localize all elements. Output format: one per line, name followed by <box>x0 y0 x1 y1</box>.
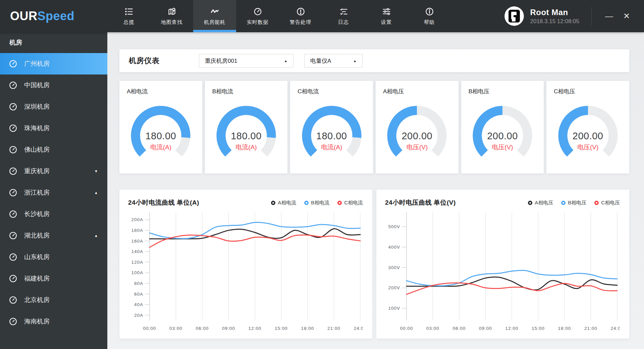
nav-label: 实时数据 <box>247 19 268 26</box>
sidebar-item-room-11[interactable]: 福建机房 <box>0 268 107 289</box>
room-gauge-icon <box>9 253 17 261</box>
room-label: 佛山机房 <box>24 145 50 154</box>
gauge-title: B相电流 <box>205 81 288 95</box>
gauge-value: 180.00 <box>231 131 262 142</box>
minimize-button[interactable]: — <box>600 7 618 25</box>
close-button[interactable]: ✕ <box>618 7 635 25</box>
legend-item[interactable]: B相电压 <box>561 200 586 206</box>
svg-text:12:00: 12:00 <box>505 326 519 331</box>
room-gauge-icon <box>9 59 17 68</box>
alert-icon <box>296 7 305 16</box>
room-label: 中国机房 <box>24 81 50 90</box>
gauge-value: 200.00 <box>401 131 432 142</box>
line-chart-card-2: 24小时电压曲线 单位(V) A相电压 B相电压 C相电压 500V400V30… <box>376 190 629 339</box>
room-label: 海南机房 <box>24 317 50 326</box>
legend-ring-icon <box>594 201 599 205</box>
nav-item-7[interactable]: 设置 <box>365 0 408 32</box>
sidebar-item-room-13[interactable]: 海南机房 <box>0 311 107 332</box>
sidebar-item-room-6[interactable]: 重庆机房▼ <box>0 160 107 182</box>
svg-text:160A: 160A <box>131 239 143 244</box>
room-label: 珠海机房 <box>24 124 50 133</box>
legend-ring-icon <box>561 201 566 205</box>
gauge: 200.00 电压(V) <box>387 104 447 166</box>
main-content: 机房仪表 重庆机房001 ▲ 电量仪A ▲ A相电流 180.00 电流(A) … <box>107 32 644 349</box>
gauge-readout: 200.00 电压(V) <box>558 104 618 166</box>
window-controls-divider <box>591 7 592 25</box>
gauge-title: A相电流 <box>119 81 202 95</box>
legend-item[interactable]: C相电压 <box>594 200 620 206</box>
room-label: 广州机房 <box>24 59 50 68</box>
room-label: 长沙机房 <box>24 210 50 218</box>
nav-item-3[interactable]: 机房能耗 <box>193 0 236 32</box>
help-info-icon <box>425 7 434 16</box>
meter-select-value: 电量仪A <box>310 57 331 65</box>
nav-label: 日志 <box>338 19 349 26</box>
user-info: Root Man 2018.3.15 12:08:05 <box>530 8 579 25</box>
legend-label: A相电压 <box>535 200 553 206</box>
sidebar-item-room-12[interactable]: 北京机房 <box>0 289 107 311</box>
svg-text:18:00: 18:00 <box>558 326 571 331</box>
room-label: 深圳机房 <box>24 102 50 111</box>
svg-text:100V: 100V <box>388 306 400 311</box>
svg-text:09:00: 09:00 <box>222 326 235 331</box>
caret-down-icon: ▼ <box>94 169 98 173</box>
sidebar-item-room-2[interactable]: 中国机房 <box>0 74 107 96</box>
room-label: 湖北机房 <box>24 231 50 240</box>
page-title: 机房仪表 <box>129 56 160 66</box>
nav-item-4[interactable]: 实时数据 <box>236 0 279 32</box>
gauge-card-3: C相电流 180.00 电流(A) <box>290 81 373 173</box>
room-label: 北京机房 <box>24 296 50 304</box>
nav-item-8[interactable]: 帮助 <box>408 0 451 32</box>
svg-text:140A: 140A <box>131 249 143 254</box>
room-gauge-icon <box>9 81 17 90</box>
meter-panel-header: 机房仪表 重庆机房001 ▲ 电量仪A ▲ <box>119 49 629 72</box>
caret-up-icon: ▲ <box>94 234 98 238</box>
sidebar-item-room-10[interactable]: 山东机房 <box>0 246 107 268</box>
overview-list-icon <box>124 7 133 16</box>
gauge-unit-label: 电压(V) <box>492 143 513 152</box>
gauge: 200.00 电压(V) <box>558 104 618 166</box>
sidebar-item-room-1[interactable]: 广州机房 <box>0 53 107 74</box>
svg-text:24:00: 24:00 <box>611 326 620 331</box>
nav-item-2[interactable]: 地图查找 <box>150 0 193 32</box>
gauge-readout: 200.00 电压(V) <box>472 104 533 166</box>
nav-item-1[interactable]: 总揽 <box>107 0 150 32</box>
chart-plot: 200A180A160A140A120A100A80A60A40A20A00:0… <box>128 210 363 335</box>
svg-text:300V: 300V <box>388 265 400 270</box>
legend-item[interactable]: B相电流 <box>304 200 329 206</box>
user-name: Root Man <box>530 8 579 17</box>
legend-item[interactable]: A相电流 <box>271 200 296 206</box>
svg-text:500V: 500V <box>388 224 400 229</box>
room-select[interactable]: 重庆机房001 ▲ <box>199 54 293 67</box>
gauge-card-2: B相电流 180.00 电流(A) <box>205 81 288 173</box>
settings-sliders-icon <box>382 7 391 16</box>
sidebar-item-room-4[interactable]: 珠海机房 <box>0 117 107 139</box>
nav-item-6[interactable]: 日志 <box>322 0 365 32</box>
energy-pulse-icon <box>210 7 219 16</box>
meter-select[interactable]: 电量仪A ▲ <box>304 54 363 67</box>
avatar[interactable] <box>504 6 524 26</box>
legend-label: C相电压 <box>601 200 620 206</box>
sidebar-item-room-5[interactable]: 佛山机房 <box>0 139 107 160</box>
svg-text:21:00: 21:00 <box>327 326 340 331</box>
legend-label: B相电压 <box>568 200 586 206</box>
chart-legend: A相电流 B相电流 C相电流 <box>271 200 363 206</box>
sidebar-item-room-3[interactable]: 深圳机房 <box>0 96 107 117</box>
gauge-unit-label: 电压(V) <box>407 143 428 152</box>
logo-accent: Speed <box>38 9 75 23</box>
room-gauge-icon <box>9 124 17 133</box>
nav-label: 警告处理 <box>290 19 311 26</box>
legend-ring-icon <box>528 201 532 205</box>
svg-text:03:00: 03:00 <box>169 326 182 331</box>
datetime: 2018.3.15 12:08:05 <box>530 18 579 25</box>
sidebar-item-room-7[interactable]: 浙江机房▲ <box>0 182 107 203</box>
sidebar-header: 机房 <box>0 32 107 53</box>
sidebar-item-room-9[interactable]: 湖北机房▲ <box>0 225 107 246</box>
sidebar-item-room-8[interactable]: 长沙机房 <box>0 203 107 225</box>
realtime-gauge-icon <box>253 7 262 16</box>
legend-item[interactable]: A相电压 <box>528 200 553 206</box>
map-search-icon <box>167 7 176 16</box>
gauge-unit-label: 电流(A) <box>150 143 171 152</box>
nav-item-5[interactable]: 警告处理 <box>279 0 322 32</box>
legend-item[interactable]: C相电流 <box>337 200 363 206</box>
